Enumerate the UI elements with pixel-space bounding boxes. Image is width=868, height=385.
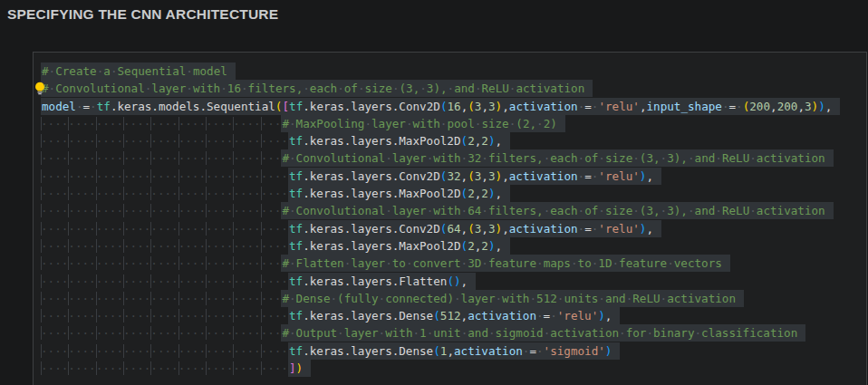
code-token: binary [653, 326, 695, 340]
whitespace-dot: · [578, 222, 585, 236]
code-token: ) [598, 309, 605, 322]
code-token: , [502, 222, 509, 236]
code-token: , [797, 100, 805, 113]
whitespace-dot: · [598, 151, 605, 165]
code-token: ( [433, 309, 440, 322]
code-token: , [481, 222, 488, 236]
code-token: and [695, 151, 716, 165]
code-token: 200 [777, 100, 798, 113]
code-token: ) [488, 187, 496, 200]
code-token: ReLU [722, 151, 749, 165]
whitespace-dot: · [736, 100, 743, 113]
code-token: ) [488, 134, 496, 148]
code-token: (2, [516, 117, 536, 130]
whitespace-dot: · [749, 151, 757, 165]
whitespace-dot: · [303, 82, 310, 95]
code-token: Sequential [117, 64, 186, 78]
code-token: of [584, 151, 598, 165]
code-token: # [282, 204, 289, 217]
code-token: .keras.layers.Conv2D [303, 169, 440, 183]
code-token: 3), [667, 151, 688, 165]
whitespace-dot: · [475, 82, 482, 95]
code-token: .keras.layers.MaxPool2D [303, 187, 460, 200]
code-editor[interactable]: #·Create·a·Sequential·model#·Convolution… [41, 63, 840, 377]
whitespace-dot: · [385, 151, 392, 165]
code-token: , [770, 100, 777, 113]
code-token: = [584, 222, 592, 236]
code-line: ···································#·Den… [41, 290, 840, 307]
code-token: , [481, 100, 488, 113]
whitespace-dot: · [667, 256, 674, 270]
code-token: unit [433, 326, 460, 340]
selected-text: tf.keras.layers.Flatten(), [288, 273, 476, 290]
whitespace-dot: · [496, 292, 503, 305]
code-token: units [564, 292, 598, 305]
whitespace-dot: · [358, 82, 365, 95]
code-token: 'relu' [598, 222, 640, 236]
code-token: connected) [385, 292, 454, 305]
code-token: Output [296, 326, 338, 340]
code-token: layer [392, 204, 427, 217]
indent-whitespace: ··································· [41, 117, 281, 130]
code-token: , [461, 309, 468, 322]
code-token: 32 [468, 151, 481, 165]
code-token: 1D [598, 256, 612, 270]
code-token: ReLU [632, 292, 660, 305]
code-token: , [461, 274, 468, 288]
indent-whitespace: ··································· [41, 256, 281, 270]
code-token: , [447, 344, 454, 358]
code-token: .keras.layers.Dense [303, 309, 433, 322]
code-token: with [502, 292, 529, 305]
whitespace-dot: · [488, 326, 496, 340]
code-token: .keras.layers.MaxPool2D [303, 239, 460, 253]
code-token: 2 [481, 239, 488, 253]
code-token: model [193, 64, 227, 78]
code-token: (3, [640, 204, 661, 217]
code-token: tf [289, 100, 303, 113]
whitespace-dot: · [481, 256, 488, 270]
code-token: = [584, 100, 592, 113]
code-token: = [729, 100, 737, 113]
code-token: Convolutional [55, 82, 145, 95]
code-token: with [433, 204, 460, 217]
code-token: ( [468, 100, 475, 113]
whitespace-dot: · [454, 292, 461, 305]
whitespace-dot: · [385, 204, 392, 217]
whitespace-dot: · [289, 256, 296, 270]
code-token: (fully [337, 292, 379, 305]
code-token: ( [468, 169, 475, 183]
selected-text: tf.keras.layers.MaxPool2D(2,2), [288, 185, 510, 202]
lightbulb-icon[interactable] [34, 82, 46, 95]
whitespace-dot: · [337, 326, 344, 340]
whitespace-dot: · [695, 326, 702, 340]
code-token: activation [516, 82, 584, 95]
code-token: ReLU [722, 204, 749, 217]
whitespace-dot: · [688, 204, 695, 217]
selected-text: #·MaxPooling·layer·with·pool·size·(2,·2) [281, 115, 564, 132]
code-token: # [282, 326, 289, 340]
whitespace-dot: · [632, 204, 640, 217]
code-token: .keras.models.Sequential [111, 100, 275, 113]
whitespace-dot: · [406, 256, 413, 270]
indent-whitespace: ···································· [41, 361, 288, 375]
selected-text: #·Convolutional·layer·with·64·filters,·e… [281, 202, 833, 219]
selected-text: #·Convolutional·layer·with·16·filters,·e… [41, 80, 593, 97]
whitespace-dot: · [186, 64, 193, 78]
whitespace-dot: · [619, 326, 626, 340]
code-token: [ [282, 100, 289, 113]
whitespace-dot: · [186, 82, 193, 95]
whitespace-dot: · [289, 151, 296, 165]
code-line: ····································]) [41, 360, 840, 377]
whitespace-dot: · [90, 100, 97, 113]
selected-text: tf.keras.layers.Dense(1,activation·=·'si… [288, 342, 620, 360]
code-token: tf [289, 344, 303, 358]
code-token: 64 [447, 222, 460, 236]
code-token: 1 [420, 326, 427, 340]
code-token: # [282, 256, 289, 270]
code-token: each [550, 204, 577, 217]
code-line: #·Convolutional·layer·with·16·filters,·e… [41, 80, 840, 97]
code-panel: #·Create·a·Sequential·model#·Convolution… [33, 52, 867, 385]
whitespace-dot: · [715, 204, 722, 217]
code-token: layer [371, 117, 406, 130]
code-line: ····································tf.k… [41, 307, 840, 324]
